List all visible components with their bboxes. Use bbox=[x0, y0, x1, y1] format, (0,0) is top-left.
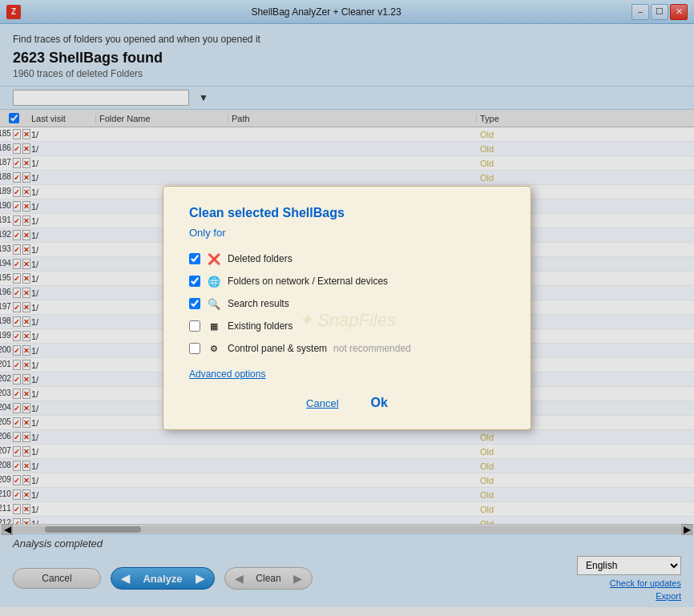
modal-buttons: Cancel Ok bbox=[189, 396, 505, 410]
search-icon: 🔍 bbox=[207, 296, 221, 311]
option-network: 🌐 Folders on network / External devices bbox=[189, 274, 505, 288]
option-control-label: Control panel & system bbox=[228, 343, 327, 354]
option-deleted-checkbox[interactable] bbox=[189, 253, 200, 264]
option-control-checkbox[interactable] bbox=[189, 343, 200, 354]
modal-ok-button[interactable]: Ok bbox=[371, 396, 388, 410]
modal-cancel-button[interactable]: Cancel bbox=[306, 396, 338, 410]
modal-overlay: Clean selected ShellBags Only for ❌ Dele… bbox=[0, 0, 694, 616]
option-existing-checkbox[interactable] bbox=[189, 320, 200, 332]
modal-title: Clean selected ShellBags bbox=[189, 206, 505, 220]
advanced-options-link[interactable]: Advanced options bbox=[189, 368, 265, 380]
control-icon: ⚙ bbox=[207, 341, 221, 356]
modal-dialog: Clean selected ShellBags Only for ❌ Dele… bbox=[163, 186, 531, 430]
existing-icon: ▦ bbox=[207, 319, 221, 333]
option-control: ⚙ Control panel & system not recommended bbox=[189, 341, 505, 356]
option-search: 🔍 Search results bbox=[189, 296, 505, 311]
advanced-options-area: Advanced options bbox=[189, 368, 505, 380]
option-existing-label: Existing folders bbox=[228, 320, 293, 332]
option-search-checkbox[interactable] bbox=[189, 298, 200, 309]
option-control-note: not recommended bbox=[333, 343, 411, 354]
deleted-icon: ❌ bbox=[207, 252, 221, 266]
option-search-label: Search results bbox=[228, 298, 289, 309]
modal-subtitle: Only for bbox=[189, 227, 505, 239]
option-existing: ▦ Existing folders bbox=[189, 319, 505, 333]
option-network-label: Folders on network / External devices bbox=[228, 276, 388, 287]
network-icon: 🌐 bbox=[207, 274, 221, 288]
option-deleted: ❌ Deleted folders bbox=[189, 252, 505, 266]
option-deleted-label: Deleted folders bbox=[228, 253, 293, 264]
option-network-checkbox[interactable] bbox=[189, 276, 200, 287]
